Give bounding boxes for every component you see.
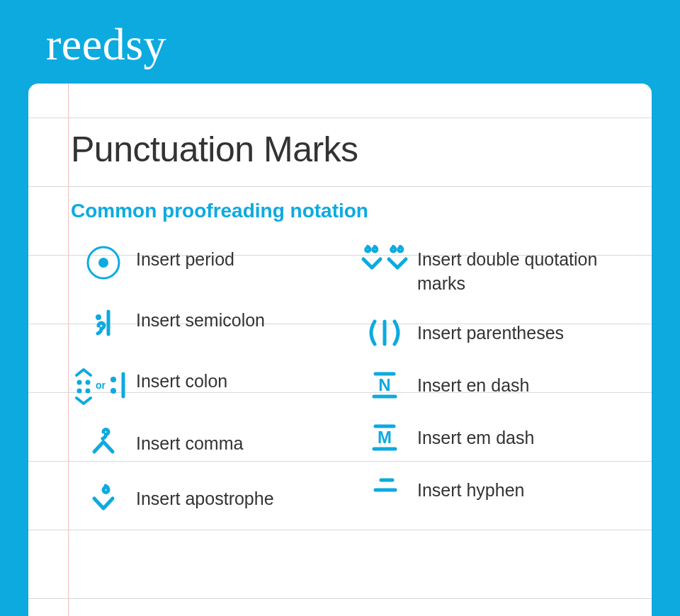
mark-insert-double-quotes-icon <box>352 244 417 276</box>
entry-insert-comma: Insert comma <box>71 428 345 460</box>
svg-point-5 <box>86 380 91 385</box>
mark-insert-period-icon <box>71 244 136 282</box>
column-right: Insert double quotation marks Insert par… <box>352 244 626 538</box>
brand-logo: reedsy <box>46 18 680 71</box>
entry-insert-semicolon: Insert semicolon <box>71 304 345 343</box>
page-title: Punctuation Marks <box>71 129 626 170</box>
mark-insert-hyphen-icon <box>352 474 417 498</box>
entry-insert-apostrophe: Insert apostrophe <box>71 483 345 515</box>
label-insert-parentheses: Insert parentheses <box>417 317 564 346</box>
logo-wrap: reedsy <box>0 0 680 71</box>
label-insert-double-quotes: Insert double quotation marks <box>417 244 626 296</box>
mark-insert-semicolon-icon <box>71 304 136 343</box>
colon-or-text: or <box>96 380 106 391</box>
mark-insert-parentheses-icon <box>352 317 417 348</box>
content: Punctuation Marks Common proofreading no… <box>28 84 652 538</box>
column-left: Insert period Insert semicolon <box>71 244 345 538</box>
svg-point-1 <box>98 258 108 268</box>
entry-insert-double-quotes: Insert double quotation marks <box>352 244 626 296</box>
entry-insert-hyphen: Insert hyphen <box>352 474 626 503</box>
label-insert-comma: Insert comma <box>136 428 243 456</box>
mark-insert-en-dash-icon: N <box>352 370 417 401</box>
entry-insert-parentheses: Insert parentheses <box>352 317 626 348</box>
svg-text:M: M <box>378 428 392 447</box>
label-insert-em-dash: Insert em dash <box>417 422 534 450</box>
label-insert-semicolon: Insert semicolon <box>136 304 265 333</box>
svg-point-4 <box>77 380 82 385</box>
svg-text:N: N <box>378 375 390 394</box>
entry-insert-em-dash: M Insert em dash <box>352 422 626 453</box>
svg-point-9 <box>110 388 116 394</box>
svg-point-8 <box>110 377 116 382</box>
entry-insert-colon: or Insert colon <box>71 365 345 405</box>
svg-point-6 <box>77 389 82 394</box>
columns: Insert period Insert semicolon <box>71 244 626 538</box>
label-insert-apostrophe: Insert apostrophe <box>136 483 274 511</box>
page-subtitle: Common proofreading notation <box>71 200 626 222</box>
svg-point-2 <box>96 314 101 320</box>
mark-insert-colon-icon: or <box>71 365 136 405</box>
label-insert-colon: Insert colon <box>136 365 227 394</box>
svg-point-7 <box>86 389 91 394</box>
entry-insert-period: Insert period <box>71 244 345 282</box>
mark-insert-em-dash-icon: M <box>352 422 417 453</box>
entry-insert-en-dash: N Insert en dash <box>352 370 626 401</box>
mark-insert-comma-icon <box>71 428 136 460</box>
label-insert-en-dash: Insert en dash <box>417 370 529 398</box>
label-insert-hyphen: Insert hyphen <box>417 474 525 503</box>
content-card: Punctuation Marks Common proofreading no… <box>28 84 652 616</box>
label-insert-period: Insert period <box>136 244 234 272</box>
mark-insert-apostrophe-icon <box>71 483 136 515</box>
